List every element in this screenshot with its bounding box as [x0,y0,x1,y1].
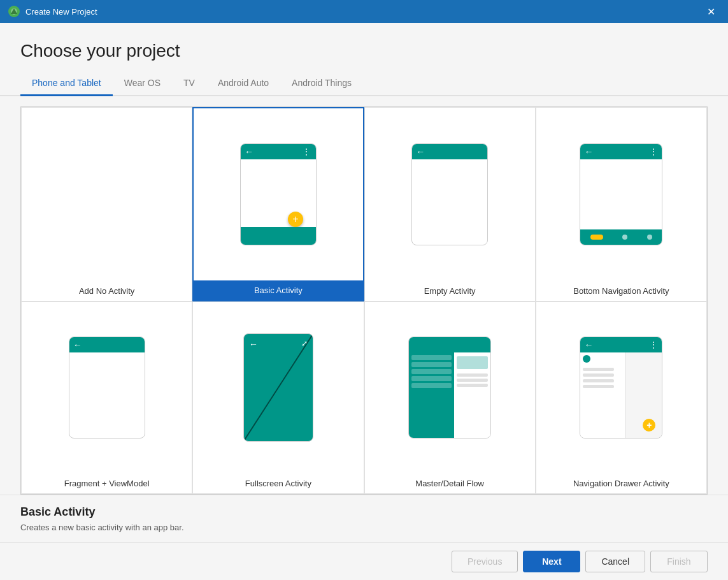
no-activity-label: Add No Activity [22,281,192,301]
tab-tv[interactable]: TV [172,71,206,96]
svg-line-2 [244,335,313,441]
nd-drawer-item-1 [583,368,614,371]
tab-wear-os[interactable]: Wear OS [113,71,172,96]
md-detail-line-1 [457,373,489,377]
description-area: Basic Activity Creates a new basic activ… [0,495,728,542]
fragment-phone-mock: ← [69,337,145,439]
basic-activity-phone-mock: ← ⋮ + [240,143,317,245]
tabs-container: Phone and Tablet Wear OS TV Android Auto… [0,71,728,96]
back-arrow-icon: ← [249,339,258,349]
bnav-content [580,159,662,229]
md-list [409,352,453,438]
md-list-item-3 [411,369,451,374]
menu-dots-icon: ⋮ [302,147,312,157]
empty-toolbar: ← [412,144,487,159]
nd-drawer-avatar [583,355,590,363]
md-detail-line-3 [457,384,489,387]
tab-phone-tablet[interactable]: Phone and Tablet [20,71,113,96]
nd-drawer-item-2 [583,373,614,377]
bnav-toolbar: ← ⋮ [580,144,662,159]
master-detail-label: Master/Detail Flow [365,474,535,493]
menu-dots-icon: ⋮ [649,147,658,157]
basic-toolbar: ← ⋮ [241,144,316,159]
md-list-item-5 [411,383,451,388]
menu-dots-icon: ⋮ [649,340,658,350]
tab-android-things[interactable]: Android Things [280,71,363,96]
basic-activity-label: Basic Activity [194,280,362,300]
empty-activity-preview: ← [365,108,535,281]
activity-card-bottom-nav[interactable]: ← ⋮ Bottom Navigation Activity [536,107,707,301]
fragment-toolbar: ← [69,337,145,352]
tab-android-auto[interactable]: Android Auto [206,71,280,96]
activity-card-basic-activity[interactable]: ← ⋮ + Basic Activity [192,107,364,301]
android-studio-icon [8,5,20,18]
dialog-header: Choose your project [0,23,728,71]
nav-drawer-preview: ← ⋮ + [536,302,706,474]
content-area: Add No Activity ← ⋮ + Basic Activity [0,96,728,495]
activity-card-fullscreen[interactable]: ← ⤢ Fullscreen Activity [192,301,364,495]
basic-content [241,159,316,229]
fullscreen-activity-label: Fullscreen Activity [193,474,363,493]
bottom-nav-preview: ← ⋮ [536,108,706,281]
master-detail-preview [365,302,535,474]
previous-button[interactable]: Previous [452,551,518,572]
nav-drawer-label: Navigation Drawer Activity [536,474,706,493]
fullscreen-phone-mock: ← ⤢ [243,333,313,442]
md-detail-highlight [457,356,489,369]
page-title: Choose your project [20,41,708,61]
back-arrow-icon: ← [584,147,593,157]
activity-card-master-detail[interactable]: Master/Detail Flow [364,301,536,495]
fullscreen-preview: ← ⤢ [193,302,363,474]
nd-toolbar: ← ⋮ [580,337,662,352]
fab-icon: + [288,212,303,227]
md-content [409,352,490,438]
bnav-dot-2 [647,235,652,240]
fragment-viewmodel-label: Fragment + ViewModel [22,474,192,493]
button-row: Previous Next Cancel Finish [0,542,728,580]
activity-grid: Add No Activity ← ⋮ + Basic Activity [20,106,708,495]
nd-drawer-item-4 [583,385,614,388]
activity-card-nav-drawer[interactable]: ← ⋮ + [536,301,707,495]
title-bar: Create New Project ✕ [0,0,728,23]
no-activity-preview [22,108,192,281]
activity-card-fragment-viewmodel[interactable]: ← Fragment + ViewModel [21,301,192,495]
back-arrow-icon: ← [245,147,253,157]
md-detail [454,352,491,438]
description-text: Creates a new basic activity with an app… [20,523,708,532]
nd-drawer-item-3 [583,379,614,382]
fragment-preview: ← [22,302,192,474]
back-arrow-icon: ← [416,147,425,157]
bottom-nav-label: Bottom Navigation Activity [536,281,706,301]
next-button[interactable]: Next [523,551,580,572]
nd-drawer-panel [580,352,625,438]
expand-icon: ⤢ [301,339,308,348]
empty-activity-label: Empty Activity [365,281,535,301]
master-detail-mock [408,337,491,439]
md-list-item-4 [411,376,451,381]
bnav-dot-active [590,235,603,240]
title-bar-text: Create New Project [25,7,97,17]
back-arrow-icon: ← [73,340,82,350]
bnav-bottom-bar [580,229,662,245]
md-list-item-2 [411,362,451,367]
activity-card-empty-activity[interactable]: ← Empty Activity [364,107,536,301]
back-arrow-icon: ← [584,340,593,350]
md-header [409,337,490,352]
bnav-dot-1 [622,235,627,240]
finish-button[interactable]: Finish [650,551,708,572]
title-bar-left: Create New Project [8,5,97,18]
nav-drawer-mock: ← ⋮ + [580,337,662,439]
basic-activity-preview: ← ⋮ + [194,108,362,280]
activity-card-no-activity[interactable]: Add No Activity [21,107,192,301]
bottom-nav-phone-mock: ← ⋮ [580,143,662,245]
cancel-button[interactable]: Cancel [585,551,645,572]
description-title: Basic Activity [20,505,708,519]
md-detail-line-2 [457,379,489,382]
fullscreen-diagonal-line [244,334,313,441]
md-list-item-1 [411,355,451,360]
empty-activity-phone-mock: ← [411,143,488,245]
close-button[interactable]: ✕ [702,3,720,20]
bottom-toolbar [241,227,316,245]
dialog: Choose your project Phone and Tablet Wea… [0,23,728,580]
